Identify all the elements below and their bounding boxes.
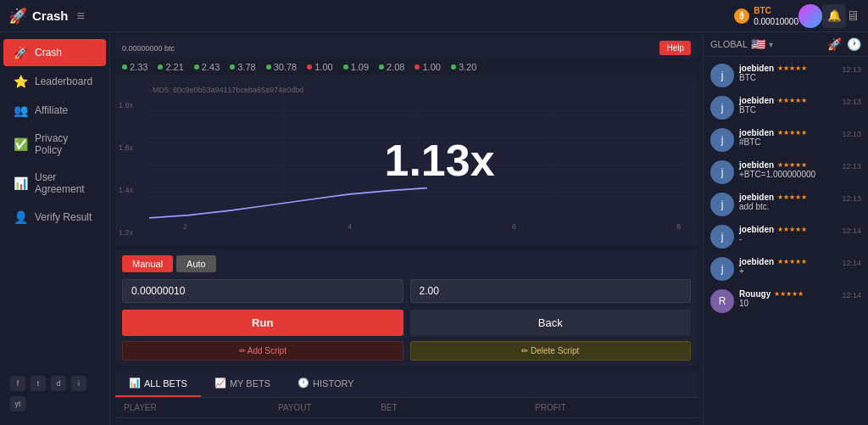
chat-rocket-icon[interactable]: 🚀 (827, 37, 842, 51)
my-bets-icon: 📈 (214, 377, 226, 389)
tab-auto[interactable]: Auto (176, 255, 216, 272)
sidebar-label-privacy: Privacy Policy (35, 132, 96, 156)
multipliers-bar: 2.33 2.21 2.43 3.78 30.78 1.00 1.09 2.08… (115, 59, 698, 75)
tab-history[interactable]: 🕐 HISTORY (284, 371, 368, 397)
chat-username-7: Rouugy (739, 289, 771, 299)
facebook-icon[interactable]: f (10, 376, 25, 391)
chat-username-5: joebiden (739, 225, 774, 234)
verify-icon: 👤 (14, 210, 28, 224)
chat-time-4: 12:13 (842, 193, 861, 203)
chat-stars-1: ★★★★★ (777, 97, 807, 104)
mult-3.78: 3.78 (230, 62, 255, 72)
help-button[interactable]: Help (659, 41, 691, 55)
flag-icon: 🇺🇸 (751, 37, 765, 51)
bets-table: PLAYER PAYOUT BET PROFIT rathal - ₿ 0.00… (115, 398, 698, 420)
social-links: f t d i yt (0, 369, 109, 418)
hamburger-icon[interactable]: ≡ (77, 8, 85, 24)
sidebar-label-crash: Crash (35, 47, 62, 59)
table-row: rathal - ₿ 0.00001280 BTC ₿ BTC (115, 417, 698, 420)
leaderboard-icon: ⭐ (14, 75, 28, 88)
sidebar-item-affiliate[interactable]: 👥 Affiliate (3, 97, 106, 124)
back-button[interactable]: Back (410, 310, 692, 336)
chat-time-7: 12:14 (842, 289, 861, 299)
bet-amount-input[interactable] (122, 279, 403, 303)
bet-tabs: Manual Auto (122, 255, 691, 272)
chat-action-icons: 🚀 🕐 (827, 37, 861, 51)
chat-username-0: joebiden (739, 64, 774, 73)
chat-avatar-3: j (710, 160, 734, 184)
chat-username-2: joebiden (739, 128, 774, 137)
run-button[interactable]: Run (122, 310, 403, 336)
sidebar-label-verify: Verify Result (35, 211, 92, 223)
chat-username-6: joebiden (739, 257, 774, 266)
chat-username-4: joebiden (739, 193, 774, 202)
discord-icon[interactable]: d (51, 376, 66, 391)
instagram-icon[interactable]: i (71, 376, 86, 391)
bets-header: PLAYER PAYOUT BET PROFIT (115, 398, 698, 417)
sidebar-label-affiliate: Affiliate (35, 104, 68, 116)
twitter-icon[interactable]: t (31, 376, 46, 391)
bets-tabs: 📊 ALL BETS 📈 MY BETS 🕐 HISTORY (115, 371, 698, 398)
chat-text-5: - (739, 234, 837, 243)
chat-username-3: joebiden (739, 160, 774, 170)
tab-my-bets[interactable]: 📈 MY BETS (201, 371, 284, 397)
chat-message-6: j joebiden ★★★★★ + 12:14 (707, 254, 865, 284)
youtube-icon[interactable]: yt (10, 396, 25, 411)
chat-avatar-0: j (710, 64, 734, 87)
chat-messages: j joebiden ★★★★★ BTC 12:13 j joebiden ★★… (704, 57, 868, 425)
chart-hash: MD5: 60c9e0b53a94117bceba65a974e0dbd (153, 86, 303, 94)
dropdown-arrow[interactable]: ▾ (769, 40, 773, 49)
topbar: 🚀 Crash ≡ ₿ BTC 0.00010000 🔔 🖥 (0, 0, 868, 32)
chat-username-1: joebiden (739, 96, 774, 105)
chat-time-3: 12:13 (842, 160, 861, 171)
affiliate-icon: 👥 (14, 103, 28, 117)
agreement-icon: 📊 (14, 176, 28, 190)
bell-button[interactable]: 🔔 (822, 4, 846, 28)
chart-top-bar: 0.00000000 btc Help (115, 37, 698, 59)
bets-section: 📊 ALL BETS 📈 MY BETS 🕐 HISTORY PLAYER PA… (115, 371, 698, 420)
crash-icon: 🚀 (14, 46, 28, 59)
monitor-icon: 🖥 (846, 8, 860, 23)
tab-all-bets[interactable]: 📊 ALL BETS (115, 371, 201, 397)
add-script-button[interactable]: ✏ Add Script (122, 341, 403, 361)
sidebar-item-leaderboard[interactable]: ⭐ Leaderboard (3, 68, 106, 95)
history-label: HISTORY (313, 378, 354, 389)
y-label-1: 1.8x (119, 101, 133, 109)
sidebar-label-leaderboard: Leaderboard (35, 75, 92, 87)
x-label-8: 8 (676, 222, 681, 231)
bet-inputs-row (122, 279, 691, 303)
history-icon: 🕐 (298, 377, 309, 389)
sidebar-item-crash[interactable]: 🚀 Crash (3, 39, 106, 66)
delete-script-button[interactable]: ✏ Delete Script (410, 341, 692, 361)
rocket-icon: 🚀 (8, 7, 27, 25)
main-content: 🚀 Crash ⭐ Leaderboard 👥 Affiliate ✅ Priv… (0, 32, 868, 425)
tab-manual[interactable]: Manual (122, 255, 173, 272)
cashout-input[interactable] (410, 279, 692, 303)
chat-content-5: joebiden ★★★★★ - (739, 225, 837, 243)
btc-amount: 0.00010000 (754, 16, 798, 27)
sidebar-label-agreement: User Agreement (35, 171, 96, 195)
chart-section: 0.00000000 btc Help 2.33 2.21 2.43 3.78 … (115, 37, 698, 245)
monitor-button[interactable]: 🖥 (846, 8, 860, 24)
action-buttons-row: Run Back (122, 310, 691, 336)
mult-2.33: 2.33 (122, 62, 147, 72)
chat-text-7: 10 (739, 299, 837, 308)
chat-stars-4: ★★★★★ (777, 193, 807, 201)
sidebar-item-privacy[interactable]: ✅ Privacy Policy (3, 126, 106, 163)
x-axis-labels: 2 4 6 8 (149, 222, 689, 231)
chat-avatar-5: j (710, 225, 734, 249)
y-label-4: 1.2x (119, 228, 133, 237)
chat-stars-7: ★★★★★ (774, 290, 804, 298)
chat-text-2: #BTC (739, 137, 837, 147)
mult-1.00a: 1.00 (307, 62, 332, 72)
chat-stars-3: ★★★★★ (777, 161, 807, 169)
chat-avatar-1: j (710, 96, 734, 120)
chat-content-3: joebiden ★★★★★ +BTC=1.000000000 (739, 160, 837, 179)
chat-text-3: +BTC=1.000000000 (739, 170, 837, 179)
sidebar-item-agreement[interactable]: 📊 User Agreement (3, 165, 106, 202)
sidebar-item-verify[interactable]: 👤 Verify Result (3, 204, 106, 231)
y-label-3: 1.4x (119, 186, 133, 194)
chat-clock-icon[interactable]: 🕐 (847, 37, 861, 51)
avatar-button[interactable] (798, 4, 822, 28)
app-logo: 🚀 Crash (8, 7, 69, 25)
